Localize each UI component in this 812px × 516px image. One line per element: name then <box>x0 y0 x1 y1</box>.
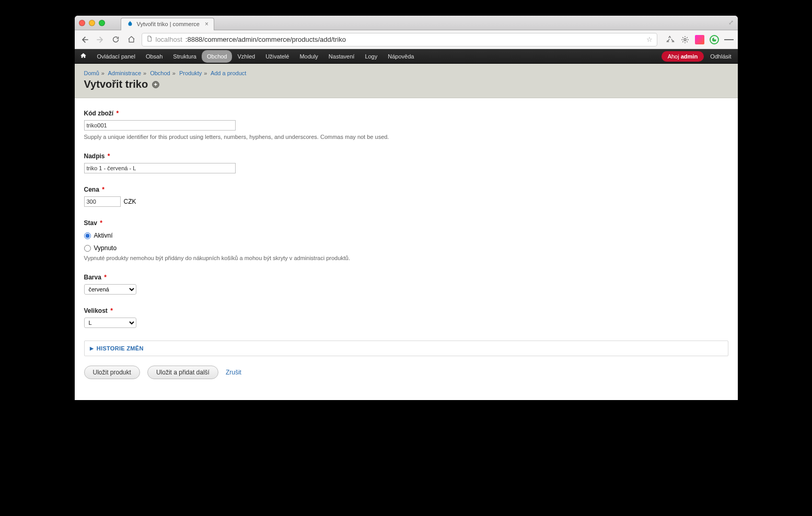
page-icon <box>146 35 153 44</box>
crumb-admin[interactable]: Administrace <box>108 70 141 76</box>
toolbar-item-dashboard[interactable]: Ovládací panel <box>92 50 141 63</box>
field-sku: Kód zboží * Supply a unique identifier f… <box>84 110 711 140</box>
breadcrumb: Domů» Administrace» Obchod» Produkty» Ad… <box>84 70 728 76</box>
status-help: Vypnuté produkty nemohou být přidány do … <box>84 255 711 261</box>
hello-prefix: Ahoj <box>668 53 681 60</box>
fullscreen-icon[interactable]: ⤢ <box>728 19 734 26</box>
toolbar-right-icons <box>666 35 734 44</box>
toolbar-item-store[interactable]: Obchod <box>202 50 233 63</box>
status-radio-active[interactable] <box>84 232 91 239</box>
field-price: Cena * CZK <box>84 186 711 207</box>
field-title: Nadpis * <box>84 153 711 173</box>
page-title-text: Vytvořit triko <box>84 78 148 90</box>
toolbar-item-modules[interactable]: Moduly <box>294 50 323 63</box>
toolbar-item-structure[interactable]: Struktura <box>168 50 202 63</box>
logout-link[interactable]: Odhlásit <box>710 53 731 60</box>
close-window-icon[interactable] <box>79 20 85 26</box>
forward-icon <box>95 34 106 45</box>
back-icon[interactable] <box>79 34 90 45</box>
status-option-active: Aktivní <box>94 232 113 239</box>
crumb-products[interactable]: Produkty <box>179 70 202 76</box>
url-path: :8888/commerce/admin/commerce/products/a… <box>185 36 346 43</box>
save-button[interactable]: Uložit produkt <box>84 366 140 379</box>
minimize-window-icon[interactable] <box>89 20 95 26</box>
price-label: Cena * <box>84 186 105 193</box>
crumb-add[interactable]: Add a product <box>211 70 247 76</box>
home-icon[interactable] <box>126 34 137 45</box>
address-bar[interactable]: localhost:8888/commerce/admin/commerce/p… <box>142 33 657 46</box>
field-status: Stav * Aktivní Vypnuto Vypnuté produkty … <box>84 219 711 261</box>
extension-square-icon[interactable] <box>695 35 704 44</box>
browser-window: Vytvořit triko | commerce × ⤢ localhost:… <box>75 16 738 400</box>
color-label: Barva * <box>84 274 107 281</box>
price-currency: CZK <box>124 198 136 205</box>
bookmark-star-icon[interactable]: ☆ <box>646 36 653 43</box>
history-toggle[interactable]: ▶ HISTORIE ZMĚN <box>90 345 723 351</box>
hello-user-badge[interactable]: Ahoj admin <box>662 51 704 62</box>
title-label: Nadpis * <box>84 153 110 160</box>
field-color: Barva * červená <box>84 274 711 295</box>
close-tab-icon[interactable]: × <box>205 20 208 28</box>
triangle-right-icon: ▶ <box>90 346 94 351</box>
crumb-home[interactable]: Domů <box>84 70 99 76</box>
product-form: Kód zboží * Supply a unique identifier f… <box>75 98 738 400</box>
zoom-window-icon[interactable] <box>99 20 105 26</box>
size-select[interactable]: L <box>84 318 136 328</box>
toolbar-item-config[interactable]: Nastavení <box>323 50 360 63</box>
sku-input[interactable] <box>84 120 236 131</box>
url-host: localhost <box>156 36 182 43</box>
form-actions: Uložit produkt Uložit a přidat další Zru… <box>84 366 728 379</box>
title-input[interactable] <box>84 163 236 173</box>
toolbar-item-appearance[interactable]: Vzhled <box>232 50 260 63</box>
toolbar-item-people[interactable]: Uživatelé <box>260 50 294 63</box>
browser-toolbar: localhost:8888/commerce/admin/commerce/p… <box>75 30 738 49</box>
size-label: Velikost * <box>84 307 113 314</box>
page-title: Vytvořit triko ✦ <box>84 78 728 90</box>
color-select[interactable]: červená <box>84 284 136 295</box>
toolbar-item-reports[interactable]: Logy <box>359 50 382 63</box>
recycle-icon[interactable] <box>666 35 675 44</box>
browser-tab[interactable]: Vytvořit triko | commerce × <box>121 18 214 30</box>
history-fieldset: ▶ HISTORIE ZMĚN <box>84 341 728 356</box>
status-label: Stav * <box>84 219 102 227</box>
status-option-disabled: Vypnuto <box>94 244 117 252</box>
crumb-store[interactable]: Obchod <box>150 70 170 76</box>
hello-username: admin <box>681 53 698 60</box>
sku-help: Supply a unique identifier for this prod… <box>84 134 711 140</box>
adblock-icon[interactable] <box>710 35 719 44</box>
settings-gear-icon[interactable] <box>680 35 690 44</box>
toolbar-home-icon[interactable] <box>80 52 87 60</box>
field-size: Velikost * L <box>84 307 711 328</box>
svg-point-0 <box>684 39 686 41</box>
admin-toolbar: Ovládací panel Obsah Struktura Obchod Vz… <box>75 49 738 64</box>
hamburger-menu-icon[interactable] <box>724 35 734 44</box>
status-radio-disabled[interactable] <box>84 245 91 252</box>
tab-title: Vytvořit triko | commerce <box>137 21 200 27</box>
history-legend-text: HISTORIE ZMĚN <box>97 345 144 351</box>
tab-strip: Vytvořit triko | commerce × ⤢ <box>75 16 738 30</box>
sku-label: Kód zboží * <box>84 110 119 117</box>
page-gear-icon[interactable]: ✦ <box>152 81 159 88</box>
page-header: Domů» Administrace» Obchod» Produkty» Ad… <box>75 64 738 98</box>
save-add-another-button[interactable]: Uložit a přidat další <box>147 366 218 379</box>
reload-icon[interactable] <box>110 34 122 45</box>
toolbar-menu: Ovládací panel Obsah Struktura Obchod Vz… <box>92 50 420 63</box>
window-controls <box>79 20 105 26</box>
toolbar-item-content[interactable]: Obsah <box>141 50 168 63</box>
toolbar-item-help[interactable]: Nápověda <box>382 50 419 63</box>
cancel-link[interactable]: Zrušit <box>226 369 241 376</box>
price-input[interactable] <box>84 196 121 207</box>
drupal-favicon-icon <box>126 20 134 28</box>
